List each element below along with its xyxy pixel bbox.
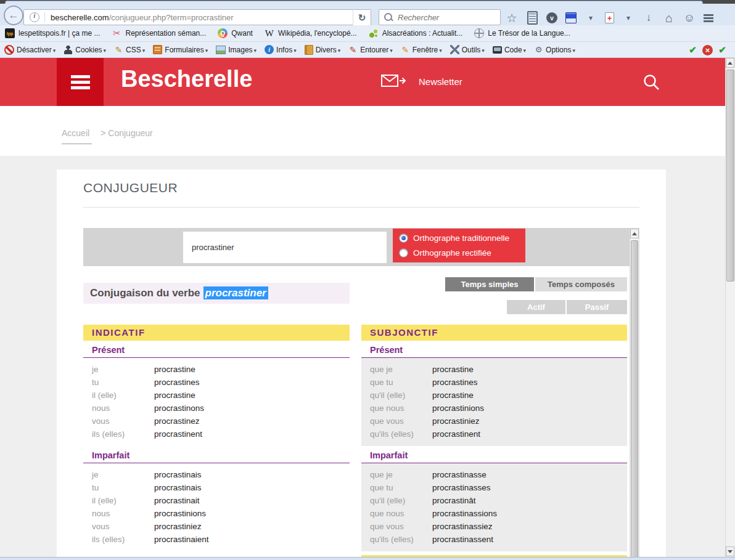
window-scroll-down-button[interactable] (726, 546, 734, 556)
devbar-menu-item[interactable]: Code (493, 46, 526, 54)
verb-form: procrastine (154, 365, 195, 374)
devbar-menu-item[interactable]: Formulaires (153, 45, 208, 54)
pronoun: que tu (361, 378, 432, 387)
pronoun: qu'il (elle) (361, 391, 432, 400)
check-icon[interactable] (717, 45, 728, 55)
tab-actif[interactable]: Actif (507, 300, 565, 314)
verb-form: procrastiniez (154, 522, 202, 531)
content-scrollbar[interactable] (630, 228, 639, 560)
verb-form: procrastinait (154, 496, 200, 505)
wikipedia-icon (265, 28, 274, 38)
envelope-arrow-icon (381, 73, 407, 89)
radio-orthographe-rectifiee[interactable]: Orthographe rectifiée (399, 248, 525, 258)
alsacreations-icon (369, 28, 379, 38)
devbar-menu-item[interactable]: Options (534, 45, 575, 54)
tools-icon (450, 45, 459, 54)
verb-form: procrastine (432, 365, 474, 374)
site-menu-button[interactable] (57, 58, 104, 106)
verb-form: procrastinais (154, 483, 202, 492)
bookmark-item[interactable]: Qwant (218, 28, 253, 38)
devbar-menu-item[interactable]: Désactiver (4, 45, 55, 55)
info-icon (265, 45, 274, 54)
window-scroll-up-button[interactable] (726, 58, 734, 68)
site-logo[interactable]: Bescherelle (121, 66, 252, 92)
pronoun: que je (361, 470, 432, 479)
radio-button-selected-icon[interactable] (399, 233, 408, 243)
caret-down-icon[interactable] (585, 11, 597, 25)
verb-form: procrastinent (432, 429, 480, 439)
verb-form: procrastiniez (432, 416, 480, 426)
breadcrumb-home-link[interactable]: Accueil (62, 128, 92, 144)
tab-temps-simples[interactable]: Temps simples (445, 277, 534, 291)
home-icon[interactable] (663, 11, 675, 25)
tab-temps-composes[interactable]: Temps composés (535, 277, 627, 291)
devbar-menu-item[interactable]: Entourer (348, 45, 393, 54)
devbar-status-icons (688, 42, 728, 58)
save-icon[interactable] (565, 12, 577, 23)
newsletter-label: Newsletter (419, 76, 462, 87)
readinglist-icon[interactable] (526, 11, 538, 25)
pronoun: il (elle) (83, 391, 154, 400)
browser-search-input[interactable] (396, 12, 491, 23)
radio-orthographe-traditionnelle[interactable]: Orthographe traditionnelle (399, 233, 525, 243)
bookmark-item[interactable]: Représentation séman... (112, 28, 207, 38)
verb-search-input[interactable] (183, 232, 387, 263)
back-button[interactable]: ← (4, 6, 23, 25)
error-icon[interactable] (702, 45, 713, 55)
title-divider (83, 207, 639, 208)
bookmark-item[interactable]: Wikipédia, l'encyclopé... (265, 28, 357, 38)
content-scrollbar-thumb[interactable] (631, 240, 638, 560)
pronoun: tu (83, 483, 154, 492)
pronoun: que nous (361, 509, 432, 518)
tense-indicatif-present: Présent je procrastine tu procrastines (83, 344, 350, 446)
tense-subjonctif-imparfait: Imparfait que je procrastinasse que tu p… (361, 449, 627, 551)
site-header: Bescherelle Newsletter (0, 58, 725, 106)
window-scrollbar-thumb[interactable] (726, 70, 734, 282)
devbar-menu-item[interactable]: Divers (305, 45, 341, 55)
check-icon[interactable] (688, 45, 698, 55)
site-search-icon[interactable] (643, 73, 660, 91)
page-info-icon[interactable] (30, 12, 39, 22)
devbar-menu-item[interactable]: Cookies (64, 45, 106, 54)
window-scrollbar[interactable] (725, 58, 735, 560)
browser-search-bar[interactable] (379, 9, 501, 25)
resize-icon (401, 45, 410, 54)
star-icon[interactable] (506, 11, 518, 25)
conjugation-row: je procrastine (83, 363, 350, 376)
devbar-menu-item[interactable]: Fenêtre (401, 45, 442, 54)
bookmark-label: Qwant (231, 29, 253, 38)
bookmark-item[interactable]: lespetitspois.fr | ça me ... (5, 28, 101, 38)
conjugation-row: tu procrastinais (83, 481, 350, 494)
content-scroll-up-button[interactable] (630, 229, 639, 238)
reload-button[interactable]: ↻ (353, 9, 371, 26)
bookmark-item[interactable]: Alsacréations : Actualit... (369, 28, 463, 38)
conjugation-row: ils (elles) procrastinent (83, 428, 350, 440)
bookmark-item[interactable]: Le Trésor de la Langue... (474, 28, 570, 38)
verb-form: procrastinassent (432, 535, 493, 544)
newsletter-link[interactable]: Newsletter (381, 73, 462, 89)
devbar-menu-item[interactable]: Outils (450, 45, 485, 54)
radio-button-icon[interactable] (399, 248, 408, 258)
devbar-menu-item[interactable]: Infos (265, 45, 297, 54)
lespetitspois-icon (5, 28, 15, 38)
pocket-icon[interactable] (546, 12, 557, 23)
pronoun: nous (83, 509, 154, 518)
page-viewport: Bescherelle Newsletter Accueil>Conjugueu… (0, 58, 725, 560)
tense-indicatif-imparfait: Imparfait je procrastinais tu procrastin… (83, 449, 350, 551)
caret-down-icon[interactable] (622, 11, 634, 25)
conjugation-row: vous procrastinez (83, 415, 350, 428)
pronoun: vous (83, 522, 154, 531)
bookmark-label: Alsacréations : Actualit... (382, 29, 463, 38)
menu-icon[interactable] (704, 14, 713, 22)
verb-form: procrastine (154, 391, 195, 400)
breadcrumb-current: Conjugueur (108, 128, 152, 138)
conjugation-row: qu'ils (elles) procrastinassent (361, 533, 627, 546)
health-report-icon[interactable] (605, 12, 614, 23)
feedback-icon[interactable] (683, 11, 696, 25)
devbar-menu-item[interactable]: CSS (114, 45, 145, 54)
tab-passif[interactable]: Passif (567, 300, 627, 314)
devbar-menu-item[interactable]: Images (216, 46, 257, 54)
url-divider (44, 12, 45, 22)
download-icon[interactable] (643, 11, 655, 25)
url-bar[interactable]: bescherelle.com/conjugueur.php?term=proc… (23, 9, 354, 25)
